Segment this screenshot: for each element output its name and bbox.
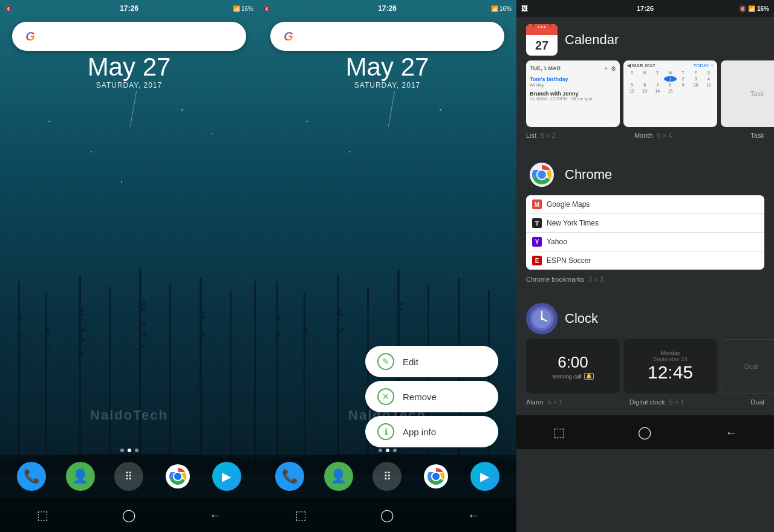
apps-grid-icon-2: ⠿	[383, 470, 391, 483]
day-8[interactable]: 8	[664, 82, 676, 88]
context-menu-edit[interactable]: ✎ Edit	[365, 346, 498, 377]
recent-apps-btn-1[interactable]: ⬚	[37, 508, 48, 522]
rp-back-btn[interactable]: ←	[725, 426, 737, 440]
chrome-app-icon-2[interactable]	[421, 462, 450, 491]
cal-event-time-2: 11:00AM - 12:30PM · Hit the spot	[530, 97, 616, 101]
rp-home-btn[interactable]: ◯	[638, 425, 651, 440]
cal-add-icon: ＋	[603, 64, 609, 73]
phone-icon-2: 📞	[282, 469, 298, 484]
day-empty-1	[626, 76, 638, 82]
apps-icon-1[interactable]: ⠿	[114, 462, 143, 491]
day-10[interactable]: 10	[690, 82, 702, 88]
dot-2	[128, 449, 131, 452]
time-2: 17:26	[378, 4, 397, 13]
rp-time: 17:26	[637, 5, 654, 12]
dual-clock-widget[interactable]: Dual	[721, 339, 774, 394]
day-3[interactable]: 3	[690, 76, 702, 82]
g-letter-2: G	[284, 30, 293, 44]
bookmark-maps[interactable]: M Google Maps	[526, 195, 764, 214]
phone-panel-1: 🔇 17:26 📶 16% G May 27 SATURDAY, 2017 Na…	[0, 0, 258, 532]
back-btn-1[interactable]: ←	[209, 508, 221, 522]
dot-1	[120, 449, 124, 452]
day-14[interactable]: 14	[651, 88, 663, 94]
svg-point-55	[432, 473, 440, 480]
back-btn-2[interactable]: ←	[467, 508, 480, 522]
context-menu-remove[interactable]: ✕ Remove	[365, 381, 498, 412]
wifi-icon-1: 📶	[233, 5, 240, 12]
google-search-bar-2[interactable]: G	[270, 22, 504, 51]
contacts-icon-1: 👤	[72, 469, 88, 484]
phone-app-icon-1[interactable]: 📞	[17, 462, 46, 491]
page-indicator-2	[258, 449, 516, 452]
day-2[interactable]: 2	[677, 76, 689, 82]
dual-label: Dual	[744, 363, 758, 370]
play-app-icon-2[interactable]: ▶	[470, 462, 499, 491]
bookmark-yahoo[interactable]: Y Yahoo	[526, 233, 764, 251]
calendar-list-widget[interactable]: TUE, 1 MAR ＋ ⚙ Tom's birthday All day Br…	[526, 60, 620, 127]
rp-battery: 16%	[757, 5, 769, 12]
date-weekday-1: SATURDAY, 2017	[0, 81, 258, 89]
context-menu-appinfo[interactable]: ℹ App info	[365, 416, 498, 447]
recent-apps-btn-2[interactable]: ⬚	[295, 508, 307, 522]
status-icons-right-1: 📶 16%	[233, 5, 253, 12]
home-btn-1[interactable]: ◯	[122, 508, 135, 522]
svg-rect-28	[230, 290, 232, 475]
day-9[interactable]: 9	[677, 82, 689, 88]
alarm-clock-widget[interactable]: 6:00 Morning call 🔔	[526, 339, 620, 394]
chrome-app-icon-1[interactable]	[163, 462, 192, 491]
digital-time: 12:45	[648, 362, 693, 383]
bookmark-espn[interactable]: E ESPN Soccer	[526, 251, 764, 270]
contacts-app-icon-2[interactable]: 👤	[324, 462, 353, 491]
maps-favicon: M	[532, 199, 542, 209]
bookmark-nyt[interactable]: T New York Times	[526, 214, 764, 233]
calendar-month-widget[interactable]: ◀ MAR 2017 TODAY + S M T W T F S	[623, 60, 717, 127]
apps-icon-2[interactable]: ⠿	[372, 462, 402, 491]
play-app-icon-1[interactable]: ▶	[212, 462, 241, 491]
clock-app-icon[interactable]	[526, 303, 558, 334]
chrome-bookmarks-widget[interactable]: M Google Maps T New York Times Y Yahoo E…	[526, 195, 764, 270]
day-6[interactable]: 6	[639, 82, 651, 88]
svg-rect-38	[304, 293, 305, 475]
espn-label: ESPN Soccer	[547, 256, 591, 265]
svg-point-33	[174, 473, 181, 480]
alarm-sub: Morning call 🔔	[552, 373, 594, 380]
dot-4	[379, 449, 382, 452]
rp-wifi-icon: 📶	[748, 5, 755, 12]
nyt-favicon: T	[532, 218, 542, 228]
day-4[interactable]: 4	[703, 76, 715, 82]
day-5[interactable]: 5	[626, 82, 638, 88]
day-15[interactable]: 15	[664, 88, 676, 94]
rp-nav-bar: ⬚ ◯ ←	[516, 415, 774, 449]
g-letter-1: G	[25, 30, 35, 44]
day-1[interactable]: 1	[664, 76, 676, 82]
day-header-t1: T	[651, 70, 663, 76]
remove-icon: ✕	[377, 388, 394, 405]
rp-recent-btn[interactable]: ⬚	[553, 425, 565, 440]
contacts-app-icon-1[interactable]: 👤	[66, 462, 95, 491]
nav-bar-1: ⬚ ◯ ←	[0, 498, 258, 532]
google-logo-1: G	[22, 28, 39, 45]
status-icons-left-1: 🔇	[5, 5, 12, 12]
google-search-bar-1[interactable]: G	[12, 22, 246, 51]
phone-icon-1: 📞	[24, 469, 40, 484]
cal-dot-1	[538, 26, 540, 28]
digital-clock-widget[interactable]: Monday September 24 12:45	[623, 339, 717, 394]
day-header-s2: S	[703, 70, 715, 76]
cal-event-birthday: Tom's birthday All day	[530, 75, 616, 89]
chrome-app-icon-rp[interactable]	[526, 159, 558, 190]
svg-point-58	[538, 170, 546, 179]
chrome-widget-labels: Chrome bookmarks 3 × 3	[516, 272, 774, 290]
calendar-task-widget[interactable]: Task	[721, 60, 774, 127]
day-12[interactable]: 12	[626, 88, 638, 94]
dot-3	[135, 449, 138, 452]
home-btn-2[interactable]: ◯	[380, 508, 394, 522]
svg-rect-8	[44, 345, 50, 350]
day-11[interactable]: 11	[703, 82, 715, 88]
day-13[interactable]: 13	[639, 88, 651, 94]
google-logo-2: G	[280, 28, 297, 45]
phone-app-icon-2[interactable]: 📞	[275, 462, 304, 491]
day-7[interactable]: 7	[651, 82, 663, 88]
cal-event-time-1: All day	[530, 82, 616, 88]
digital-day: Monday	[660, 350, 680, 356]
calendar-app-icon[interactable]: 27	[526, 24, 558, 56]
